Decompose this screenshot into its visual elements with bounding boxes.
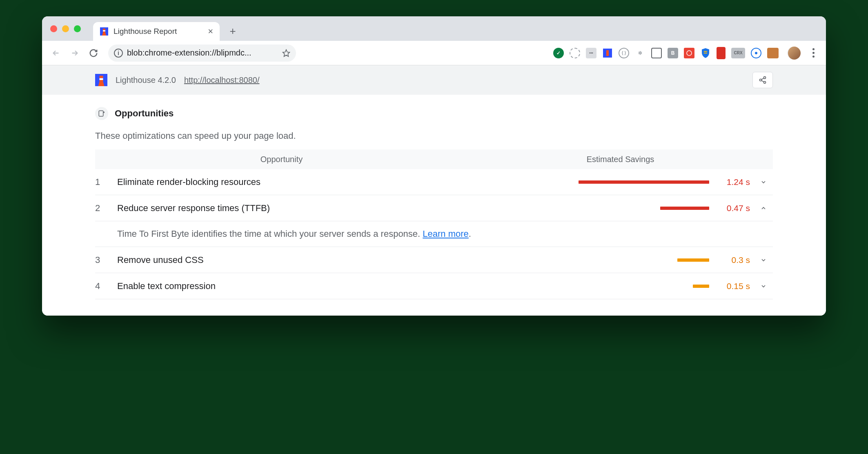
svg-point-17 bbox=[764, 77, 766, 79]
table-header: Opportunity Estimated Savings bbox=[95, 149, 773, 169]
savings-wrap: 1.24 s bbox=[468, 177, 773, 187]
url-text: blob:chrome-extension://blipmdc... bbox=[127, 48, 278, 58]
reload-button[interactable] bbox=[85, 45, 102, 61]
learn-more-link[interactable]: Learn more bbox=[423, 229, 469, 239]
savings-bar bbox=[677, 258, 709, 262]
lighthouse-version: Lighthouse 4.2.0 bbox=[116, 76, 176, 85]
opportunities-icon bbox=[95, 107, 108, 120]
lighthouse-favicon-icon bbox=[100, 27, 109, 36]
chevron-down-icon[interactable] bbox=[758, 257, 769, 263]
lighthouse-header: Lighthouse 4.2.0 http://localhost:8080/ bbox=[42, 65, 826, 95]
col-savings: Estimated Savings bbox=[468, 155, 773, 164]
new-tab-button[interactable]: + bbox=[225, 23, 241, 39]
svg-line-21 bbox=[761, 80, 764, 82]
lighthouse-logo-icon bbox=[95, 74, 107, 86]
opportunity-number: 1 bbox=[95, 177, 117, 187]
browser-menu-button[interactable] bbox=[806, 48, 820, 58]
report-content: Opportunities These optimizations can sp… bbox=[42, 95, 826, 316]
opportunity-name: Enable text compression bbox=[117, 281, 468, 292]
opportunity-name: Remove unused CSS bbox=[117, 255, 468, 265]
savings-wrap: 0.15 s bbox=[468, 281, 773, 291]
chevron-down-icon[interactable] bbox=[758, 283, 769, 289]
opportunity-name: Eliminate render-blocking resources bbox=[117, 177, 468, 187]
extension-icon[interactable] bbox=[700, 48, 711, 58]
browser-window: Lighthouse Report × + i blob:chrome-exte… bbox=[42, 16, 826, 316]
profile-avatar[interactable] bbox=[788, 47, 801, 60]
opportunity-detail: Time To First Byte identifies the time a… bbox=[95, 221, 773, 247]
window-controls bbox=[50, 25, 81, 32]
extension-icon[interactable] bbox=[767, 48, 779, 58]
svg-rect-1 bbox=[103, 29, 105, 30]
extension-icon[interactable]: ✲ bbox=[635, 48, 645, 58]
bookmark-star-icon[interactable] bbox=[282, 49, 290, 57]
svg-rect-9 bbox=[704, 51, 707, 52]
section-description: These optimizations can speed up your pa… bbox=[95, 131, 773, 141]
extension-icon[interactable]: ••• bbox=[586, 48, 596, 58]
opportunity-row[interactable]: 4 Enable text compression 0.15 s bbox=[95, 273, 773, 299]
tab-bar: Lighthouse Report × + bbox=[42, 16, 826, 41]
opportunity-row[interactable]: 2 Reduce server response times (TTFB) 0.… bbox=[95, 195, 773, 221]
target-url-link[interactable]: http://localhost:8080/ bbox=[184, 76, 260, 85]
opportunity-number: 2 bbox=[95, 203, 117, 214]
opportunities-list: 1 Eliminate render-blocking resources 1.… bbox=[95, 169, 773, 299]
back-button[interactable] bbox=[48, 45, 64, 61]
extension-icons: ✓ ••• { } ✲ B CRX bbox=[553, 47, 820, 60]
extension-icon[interactable]: B bbox=[668, 48, 678, 58]
savings-value: 0.3 s bbox=[717, 255, 750, 265]
extension-icon[interactable]: CRX bbox=[731, 48, 745, 58]
savings-value: 0.47 s bbox=[717, 203, 750, 213]
extension-icon[interactable] bbox=[684, 48, 694, 58]
browser-toolbar: i blob:chrome-extension://blipmdc... ✓ •… bbox=[42, 41, 826, 65]
opportunity-number: 3 bbox=[95, 255, 117, 265]
savings-wrap: 0.3 s bbox=[468, 255, 773, 265]
close-tab-icon[interactable]: × bbox=[208, 26, 213, 37]
savings-value: 1.24 s bbox=[717, 177, 750, 187]
col-opportunity: Opportunity bbox=[95, 155, 468, 164]
savings-value: 0.15 s bbox=[717, 281, 750, 291]
tab-title: Lighthouse Report bbox=[114, 27, 177, 36]
extension-icon[interactable]: ✓ bbox=[553, 48, 564, 58]
savings-bar bbox=[579, 180, 709, 184]
address-bar[interactable]: i blob:chrome-extension://blipmdc... bbox=[108, 45, 296, 62]
opportunity-number: 4 bbox=[95, 281, 117, 292]
site-info-icon[interactable]: i bbox=[114, 49, 123, 58]
opportunity-row[interactable]: 1 Eliminate render-blocking resources 1.… bbox=[95, 169, 773, 195]
extension-icon[interactable] bbox=[751, 48, 761, 58]
savings-bar bbox=[693, 285, 709, 288]
svg-rect-7 bbox=[606, 50, 609, 56]
extension-icon[interactable] bbox=[717, 47, 726, 59]
chevron-up-icon[interactable] bbox=[758, 205, 769, 211]
opportunity-name: Reduce server response times (TTFB) bbox=[117, 203, 468, 214]
opportunity-row[interactable]: 3 Remove unused CSS 0.3 s bbox=[95, 247, 773, 273]
close-window-button[interactable] bbox=[50, 25, 57, 32]
svg-rect-3 bbox=[103, 31, 105, 33]
svg-point-18 bbox=[760, 79, 762, 81]
chevron-down-icon[interactable] bbox=[758, 179, 769, 185]
svg-point-8 bbox=[687, 51, 692, 56]
svg-line-20 bbox=[761, 78, 764, 79]
section-header: Opportunities bbox=[95, 107, 773, 120]
extension-icon[interactable] bbox=[570, 48, 580, 58]
svg-point-11 bbox=[755, 52, 757, 54]
svg-point-19 bbox=[764, 81, 766, 83]
extension-icon[interactable] bbox=[651, 48, 662, 58]
extension-icon[interactable]: { } bbox=[619, 48, 629, 58]
section-title-text: Opportunities bbox=[115, 108, 174, 119]
svg-rect-22 bbox=[99, 111, 103, 116]
share-button[interactable] bbox=[752, 72, 773, 88]
savings-bar bbox=[660, 207, 709, 210]
svg-marker-5 bbox=[283, 49, 290, 56]
forward-button[interactable] bbox=[67, 45, 83, 61]
svg-rect-10 bbox=[704, 53, 707, 53]
browser-tab[interactable]: Lighthouse Report × bbox=[93, 22, 220, 41]
maximize-window-button[interactable] bbox=[74, 25, 81, 32]
extension-icon[interactable] bbox=[602, 48, 613, 58]
minimize-window-button[interactable] bbox=[62, 25, 69, 32]
svg-rect-15 bbox=[100, 80, 103, 82]
svg-rect-14 bbox=[100, 78, 103, 80]
savings-wrap: 0.47 s bbox=[468, 203, 773, 213]
svg-rect-2 bbox=[103, 30, 105, 31]
svg-rect-13 bbox=[100, 76, 103, 78]
